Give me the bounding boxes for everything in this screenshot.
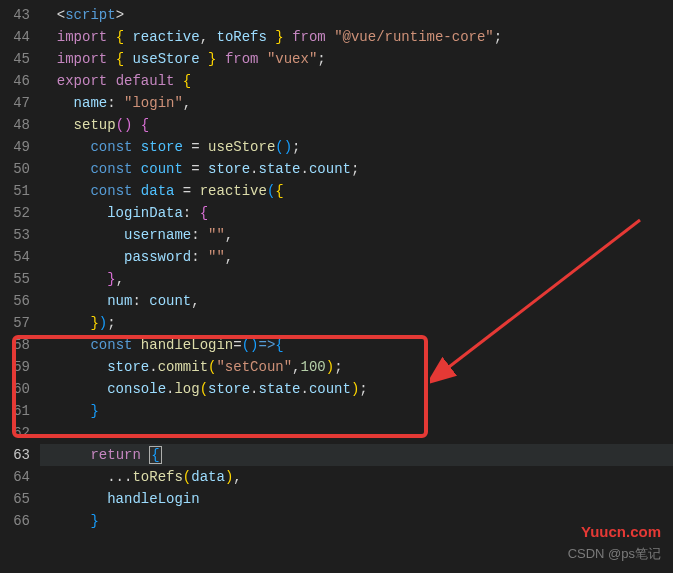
code-editor[interactable]: 4344454647484950515253545556575859606162… [0,0,673,573]
line-number: 57 [0,312,30,334]
code-line: } [40,400,673,422]
line-number: 62 [0,422,30,444]
watermark-author: CSDN @ps笔记 [568,543,661,565]
line-number: 46 [0,70,30,92]
code-line: import { reactive, toRefs } from "@vue/r… [40,26,673,48]
line-number: 59 [0,356,30,378]
code-line: num: count, [40,290,673,312]
code-line: store.commit("setCoun",100); [40,356,673,378]
code-line [40,422,673,444]
line-number: 55 [0,268,30,290]
code-line: username: "", [40,224,673,246]
code-line: setup() { [40,114,673,136]
code-line: export default { [40,70,673,92]
code-line: import { useStore } from "vuex"; [40,48,673,70]
line-number: 53 [0,224,30,246]
line-number: 61 [0,400,30,422]
line-number: 64 [0,466,30,488]
line-number: 49 [0,136,30,158]
code-line: <script> [40,4,673,26]
code-line: const data = reactive({ [40,180,673,202]
code-area[interactable]: <script> import { reactive, toRefs } fro… [40,0,673,573]
watermark-site: Yuucn.com [581,521,661,543]
code-line: const handleLogin=()=>{ [40,334,673,356]
code-line: console.log(store.state.count); [40,378,673,400]
line-number: 47 [0,92,30,114]
code-line: password: "", [40,246,673,268]
line-number: 43 [0,4,30,26]
line-number: 66 [0,510,30,532]
code-line-active: return { [40,444,673,466]
line-number: 63 [0,444,30,466]
code-line: loginData: { [40,202,673,224]
line-number: 58 [0,334,30,356]
line-number: 65 [0,488,30,510]
line-number: 54 [0,246,30,268]
code-line: const store = useStore(); [40,136,673,158]
line-number-gutter: 4344454647484950515253545556575859606162… [0,0,40,573]
line-number: 60 [0,378,30,400]
line-number: 48 [0,114,30,136]
code-line: ...toRefs(data), [40,466,673,488]
code-line: }); [40,312,673,334]
line-number: 52 [0,202,30,224]
code-line: const count = store.state.count; [40,158,673,180]
line-number: 51 [0,180,30,202]
code-line: handleLogin [40,488,673,510]
line-number: 50 [0,158,30,180]
code-line: } [40,510,673,532]
line-number: 56 [0,290,30,312]
line-number: 45 [0,48,30,70]
code-line: }, [40,268,673,290]
line-number: 44 [0,26,30,48]
code-line: name: "login", [40,92,673,114]
